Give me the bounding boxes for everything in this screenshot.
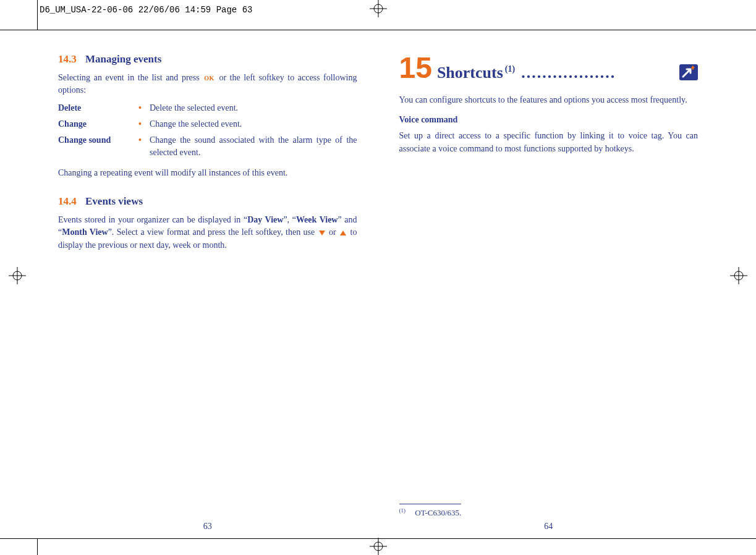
- intro-text-a: Selecting an event in the list and press: [58, 73, 203, 82]
- page-left: 14.3 Managing events Selecting an event …: [37, 30, 378, 539]
- section-14-3-intro: Selecting an event in the list and press…: [58, 72, 357, 97]
- registration-mark-bottom: [370, 538, 387, 555]
- option-row-change-sound: Change sound • Change the sound associat…: [58, 134, 357, 159]
- section-14-3-note: Changing a repeating event will modify a…: [58, 167, 357, 179]
- shortcuts-intro: You can configure shortcuts to the featu…: [399, 94, 699, 106]
- week-view-label: Week View: [296, 215, 338, 224]
- prepress-slug: D6_UM_USA-22-06-06 22/06/06 14:59 Page 6…: [40, 5, 252, 15]
- bullet-icon: •: [138, 102, 150, 114]
- bullet-icon: •: [138, 118, 150, 130]
- option-desc: Change the selected event.: [150, 118, 357, 130]
- option-row-change: Change • Change the selected event.: [58, 118, 357, 130]
- registration-mark-left: [9, 267, 26, 284]
- footnote-text: OT-C630/635.: [415, 508, 461, 517]
- voice-command-heading: Voice command: [399, 115, 699, 125]
- crop-edge-bottom: [37, 539, 38, 555]
- text: ”. Select a view format and press the le…: [108, 227, 318, 237]
- option-row-delete: Delete • Delete the selected event.: [58, 102, 357, 114]
- section-14-4-para: Events stored in your organizer can be d…: [58, 214, 357, 252]
- option-label: Change sound: [58, 134, 138, 159]
- section-number: 14.3: [58, 53, 77, 65]
- option-desc: Change the sound associated with the ala…: [150, 134, 357, 159]
- arrow-down-icon: [319, 231, 325, 235]
- text: Events stored in your organizer can be d…: [58, 215, 247, 224]
- day-view-label: Day View: [247, 215, 283, 224]
- page-number-left: 63: [37, 522, 378, 532]
- option-label: Change: [58, 118, 138, 130]
- footnote-rule: [399, 504, 461, 504]
- chapter-number: 15: [399, 53, 432, 83]
- crop-edge-top: [37, 0, 38, 30]
- section-title: Events views: [85, 195, 143, 207]
- text: or: [326, 227, 339, 237]
- chapter-dots: ..................: [521, 64, 616, 82]
- section-14-4-heading: 14.4 Events views: [58, 195, 357, 208]
- chapter-title-text: Shortcuts: [437, 64, 503, 82]
- ok-icon: OK: [204, 74, 214, 83]
- footnote: (1) OT-C630/635.: [399, 507, 462, 518]
- registration-mark-top: [370, 0, 387, 17]
- voice-command-para: Set up a direct access to a specific fun…: [399, 130, 699, 155]
- arrow-up-icon: [340, 231, 346, 235]
- page-number-right: 64: [378, 522, 720, 532]
- month-view-label: Month View: [62, 227, 108, 237]
- page-spread: 14.3 Managing events Selecting an event …: [37, 30, 719, 539]
- chapter-title: Shortcuts(1): [437, 64, 515, 82]
- registration-mark-right: [730, 267, 747, 284]
- shortcuts-icon: [679, 64, 698, 80]
- bullet-icon: •: [138, 134, 150, 159]
- section-title: Managing events: [85, 53, 161, 65]
- option-desc: Delete the selected event.: [150, 102, 357, 114]
- chapter-footnote-ref: (1): [505, 64, 515, 74]
- footnote-mark: (1): [399, 507, 406, 514]
- section-number: 14.4: [58, 195, 77, 207]
- page-right: 15 Shortcuts(1) .................. You c…: [378, 30, 720, 539]
- section-14-3-heading: 14.3 Managing events: [58, 53, 357, 66]
- chapter-15-heading: 15 Shortcuts(1) ..................: [399, 53, 699, 83]
- option-label: Delete: [58, 102, 138, 114]
- text: ”, “: [283, 215, 296, 224]
